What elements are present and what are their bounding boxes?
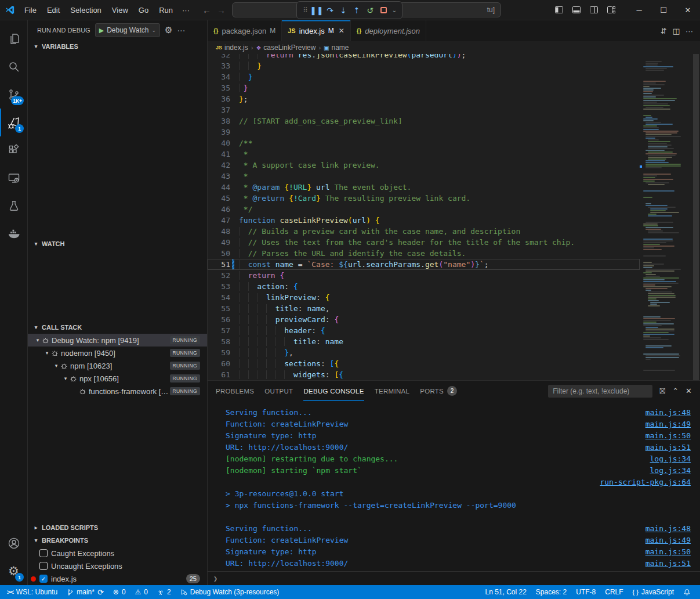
panel-tab-debug-console[interactable]: DEBUG CONSOLE [303,381,364,401]
editor-scrollbar[interactable] [692,54,700,380]
activitybar-item-docker[interactable] [0,220,27,248]
chevron-down-icon[interactable]: ⌄ [391,3,398,17]
console-source-link[interactable]: main.js:48 [645,524,691,536]
call-stack-row[interactable]: ▾npm [10623]RUNNING [28,359,207,372]
code-line[interactable]: 61 widgets: [{ [208,369,640,380]
code-line[interactable]: 35 } [208,82,640,93]
menu-go[interactable]: Go [134,4,153,16]
code-line[interactable]: 44 * @param {!URL} url The event object. [208,182,640,193]
breakpoint-checkbox[interactable] [39,562,48,570]
console-source-link[interactable]: main.js:50 [645,431,691,443]
code-line[interactable]: 59 }, [208,347,640,358]
code-line[interactable]: 36}; [208,93,640,104]
code-line[interactable]: 51 const name = `Case: ${url.searchParam… [208,259,640,270]
console-source-link[interactable]: log.js:34 [650,454,691,466]
code-line[interactable]: 41 * [208,149,640,160]
panel-tab-output[interactable]: OUTPUT [264,381,293,401]
code-line[interactable]: 52 return { [208,270,640,281]
code-line[interactable]: 47function caseLinkPreview(url) { [208,215,640,226]
menu-edit[interactable]: Edit [42,4,64,16]
code-line[interactable]: 57 header: { [208,325,640,336]
tab-index.js[interactable]: JSindex.jsM✕ [282,20,351,41]
tab-deployment.json[interactable]: {}deployment.json [351,20,426,41]
section-watch[interactable]: ▾ WATCH [28,237,207,250]
breakpoint-row[interactable]: ✓index.js25 [28,572,207,585]
section-loaded-scripts[interactable]: ▸ LOADED SCRIPTS [28,521,207,534]
statusbar-bell-icon[interactable] [679,585,695,599]
activitybar-item-remote-explorer[interactable] [0,164,27,192]
console-source-link[interactable]: main.js:51 [645,559,691,571]
drag-grip-icon[interactable]: ⠿ [301,3,309,17]
toggle-secondary-sidebar-icon[interactable] [586,3,601,17]
step-into-icon[interactable]: ⇣ [338,3,349,17]
menu-file[interactable]: File [20,4,41,16]
activitybar-item-search[interactable] [0,53,27,81]
call-stack-row[interactable]: ▾Debug Watch: npm [9419]RUNNING [28,334,207,347]
pause-icon[interactable]: ❚❚ [311,3,322,17]
code-line[interactable]: 60 sections: [{ [208,358,640,369]
call-stack-row[interactable]: ▾npx [10656]RUNNING [28,372,207,385]
restart-icon[interactable]: ↺ [364,3,376,17]
breadcrumb-item[interactable]: JSindex.js [216,44,248,52]
statusbar-ln-51-col-22[interactable]: Ln 51, Col 22 [480,585,531,599]
open-changes-icon[interactable]: ⇵ [661,27,667,35]
breakpoint-checkbox[interactable] [39,549,48,557]
split-editor-icon[interactable]: ◫ [673,27,680,35]
code-line[interactable]: 39 [208,127,640,138]
statusbar-0[interactable]: ⚠0 [130,585,153,599]
minimap[interactable] [640,54,692,380]
breakpoint-checkbox[interactable]: ✓ [39,575,48,583]
activitybar-item-testing[interactable] [0,192,27,220]
console-source-link[interactable]: main.js:49 [645,420,691,431]
activitybar-item-extensions[interactable] [0,136,27,164]
statusbar-wsl-ubuntu[interactable]: ><WSL: Ubuntu [2,585,62,599]
chevron-down-icon[interactable]: ▾ [61,376,70,381]
statusbar-main-[interactable]: main*⟳ [62,585,108,599]
panel-tab-terminal[interactable]: TERMINAL [375,381,410,401]
statusbar-debug-watch-3p-resources-[interactable]: Debug Watch (3p-resources) [176,585,284,599]
maximize-panel-icon[interactable]: ⌃ [672,387,679,395]
menu-overflow[interactable]: ··· [177,4,194,16]
breakpoint-row[interactable]: Uncaught Exceptions [28,560,207,572]
close-panel-icon[interactable]: ✕ [686,387,692,395]
start-debug-icon[interactable]: ▶ [99,27,104,34]
step-out-icon[interactable]: ⇡ [351,3,362,17]
customize-layout-icon[interactable] [604,3,619,17]
debug-console-input[interactable]: ❯ [208,571,700,585]
sidebar-more-actions-icon[interactable]: ··· [177,26,185,35]
code-editor[interactable]: 32 return res.json(caseLinkPreview(parse… [208,54,640,380]
breadcrumb-item[interactable]: ❖caseLinkPreview [256,44,315,52]
section-call-stack[interactable]: ▾ CALL STACK [28,321,207,334]
debug-settings-gear-icon[interactable]: ⚙ [165,25,172,35]
code-line[interactable]: 40/** [208,138,640,149]
panel-tab-ports[interactable]: PORTS2 [420,381,457,401]
activitybar-item-accounts[interactable] [0,529,27,557]
menu-run[interactable]: Run [154,4,177,16]
code-line[interactable]: 56 previewCard: { [208,314,640,325]
statusbar-utf-8[interactable]: UTF-8 [571,585,600,599]
panel-tab-problems[interactable]: PROBLEMS [216,381,254,401]
nav-back-icon[interactable]: ← [202,5,211,15]
statusbar-javascript[interactable]: { }JavaScript [628,585,679,599]
tab-package.json[interactable]: {}package.jsonM [208,20,282,41]
call-stack-row[interactable]: ▾nodemon [9450]RUNNING [28,347,207,359]
clear-console-icon[interactable]: ⛝ [659,387,665,396]
stop-icon[interactable] [378,3,389,17]
call-stack-row[interactable]: functions-framework [106...RUNNING [28,385,207,398]
code-line[interactable]: 42 * A support case link preview. [208,160,640,171]
chevron-down-icon[interactable]: ▾ [34,337,42,343]
activitybar-item-settings[interactable]: ⚙1 [0,557,27,585]
code-line[interactable]: 53 action: { [208,281,640,292]
code-line[interactable]: 58 title: name [208,336,640,347]
breakpoint-row[interactable]: Caught Exceptions [28,547,207,560]
menu-view[interactable]: View [107,4,133,16]
chevron-down-icon[interactable]: ▾ [52,363,60,369]
step-over-icon[interactable]: ↷ [324,3,336,17]
activitybar-item-source-control[interactable]: 1K+ [0,81,27,109]
console-source-link[interactable]: main.js:50 [645,547,691,559]
code-line[interactable]: 54 linkPreview: { [208,292,640,303]
console-source-link[interactable]: main.js:49 [645,536,691,547]
menu-selection[interactable]: Selection [66,4,106,16]
more-actions-icon[interactable]: ··· [686,27,693,35]
activitybar-item-explorer[interactable] [0,25,27,53]
